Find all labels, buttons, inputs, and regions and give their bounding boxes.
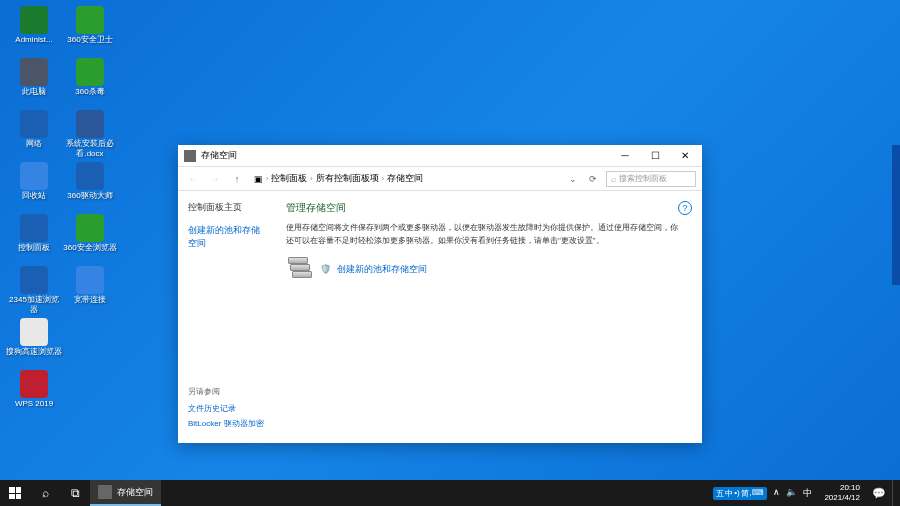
folder-icon: ▣: [254, 174, 263, 184]
icon-image: [20, 370, 48, 398]
desktop-icon[interactable]: 控制面板: [6, 214, 62, 264]
icon-label: 360安全浏览器: [62, 243, 118, 253]
icon-label: 360杀毒: [62, 87, 118, 97]
related-link-0[interactable]: 文件历史记录: [188, 403, 264, 414]
forward-button[interactable]: →: [206, 170, 224, 188]
time-text: 20:10: [824, 483, 860, 493]
icon-image: [76, 214, 104, 242]
icon-label: 此电脑: [6, 87, 62, 97]
icon-label: 360驱动大师: [62, 191, 118, 201]
notifications-button[interactable]: 💬: [868, 487, 890, 500]
breadcrumb-0[interactable]: 控制面板: [271, 172, 307, 185]
back-button[interactable]: ←: [184, 170, 202, 188]
address-bar[interactable]: ▣ › 控制面板 › 所有控制面板项 › 存储空间: [250, 172, 562, 185]
close-button[interactable]: ✕: [670, 146, 700, 166]
search-button[interactable]: ⌕: [30, 480, 60, 506]
desktop-icon[interactable]: 网络: [6, 110, 62, 160]
taskview-button[interactable]: ⧉: [60, 480, 90, 506]
desktop-icon[interactable]: 宽带连接: [62, 266, 118, 316]
help-button[interactable]: ?: [678, 201, 692, 215]
icon-image: [20, 162, 48, 190]
titlebar: 存储空间 ─ ☐ ✕: [178, 145, 702, 167]
icon-image: [20, 266, 48, 294]
taskbar-app-label: 存储空间: [117, 486, 153, 499]
breadcrumb-1[interactable]: 所有控制面板项: [316, 172, 379, 185]
create-pool-link[interactable]: 创建新的池和存储空间: [337, 263, 427, 276]
minimize-button[interactable]: ─: [610, 146, 640, 166]
related-link-1[interactable]: BitLocker 驱动器加密: [188, 418, 264, 429]
content-description: 使用存储空间将文件保存到两个或更多驱动器，以便在驱动器发生故障时为你提供保护。通…: [286, 221, 684, 247]
drives-icon: [286, 257, 314, 281]
icon-image: [20, 318, 48, 346]
ime-icon[interactable]: 中: [803, 487, 812, 500]
icon-label: 搜狗高速浏览器: [6, 347, 62, 357]
desktop-icon[interactable]: 系统安装后必看.docx: [62, 110, 118, 160]
desktop-icon[interactable]: 360驱动大师: [62, 162, 118, 212]
icon-label: 系统安装后必看.docx: [62, 139, 118, 159]
related-section: 另请参阅 文件历史记录 BitLocker 驱动器加密: [188, 386, 264, 433]
app-icon: [98, 485, 112, 499]
icon-image: [76, 110, 104, 138]
sidebar-home[interactable]: 控制面板主页: [188, 201, 268, 214]
desktop: Administ...此电脑网络回收站控制面板2345加速浏览器搜狗高速浏览器W…: [6, 6, 118, 422]
icon-label: 360安全卫士: [62, 35, 118, 45]
up-button[interactable]: ↑: [228, 170, 246, 188]
icon-image: [76, 6, 104, 34]
address-dropdown[interactable]: ⌄: [566, 174, 580, 184]
icon-label: WPS 2019: [6, 399, 62, 409]
breadcrumb-2[interactable]: 存储空间: [387, 172, 423, 185]
icon-label: 回收站: [6, 191, 62, 201]
desktop-icon[interactable]: 2345加速浏览器: [6, 266, 62, 316]
icon-label: 2345加速浏览器: [6, 295, 62, 315]
window-title: 存储空间: [201, 149, 610, 162]
navbar: ← → ↑ ▣ › 控制面板 › 所有控制面板项 › 存储空间 ⌄ ⟳ ⌕ 搜索…: [178, 167, 702, 191]
search-placeholder: 搜索控制面板: [619, 173, 667, 184]
desktop-icon[interactable]: WPS 2019: [6, 370, 62, 420]
desktop-icon[interactable]: Administ...: [6, 6, 62, 56]
action-row: 🛡️ 创建新的池和存储空间: [286, 257, 684, 281]
icon-image: [20, 214, 48, 242]
date-text: 2021/4/12: [824, 493, 860, 503]
system-tray: 五 中 •) 简 ‚ ⌨ ∧ 🔈 中 20:10 2021/4/12 💬: [709, 480, 900, 506]
ime-bar[interactable]: 五 中 •) 简 ‚ ⌨: [713, 487, 767, 500]
tray-overflow-icon[interactable]: ∧: [773, 487, 780, 500]
icon-image: [20, 6, 48, 34]
icon-image: [20, 58, 48, 86]
icon-image: [76, 162, 104, 190]
taskbar: ⌕ ⧉ 存储空间 五 中 •) 简 ‚ ⌨ ∧ 🔈 中 20:10 2021/4…: [0, 480, 900, 506]
content-pane: ? 管理存储空间 使用存储空间将文件保存到两个或更多驱动器，以便在驱动器发生故障…: [278, 191, 702, 443]
icon-label: 网络: [6, 139, 62, 149]
show-desktop-button[interactable]: [892, 480, 896, 506]
search-input[interactable]: ⌕ 搜索控制面板: [606, 171, 696, 187]
icon-label: 宽带连接: [62, 295, 118, 305]
right-edge-bar: [892, 145, 900, 285]
desktop-icon[interactable]: 此电脑: [6, 58, 62, 108]
search-icon: ⌕: [611, 174, 616, 184]
desktop-icon[interactable]: 回收站: [6, 162, 62, 212]
refresh-button[interactable]: ⟳: [584, 170, 602, 188]
desktop-icon[interactable]: 360安全卫士: [62, 6, 118, 56]
app-icon: [184, 150, 196, 162]
icon-image: [76, 58, 104, 86]
desktop-icon[interactable]: 360安全浏览器: [62, 214, 118, 264]
icon-image: [20, 110, 48, 138]
volume-icon[interactable]: 🔈: [786, 487, 797, 500]
content-heading: 管理存储空间: [286, 201, 684, 215]
clock[interactable]: 20:10 2021/4/12: [818, 483, 866, 503]
sidebar-create-link[interactable]: 创建新的池和存储空间: [188, 224, 268, 250]
related-heading: 另请参阅: [188, 386, 264, 397]
icon-label: 控制面板: [6, 243, 62, 253]
storage-spaces-window: 存储空间 ─ ☐ ✕ ← → ↑ ▣ › 控制面板 › 所有控制面板项 › 存储…: [178, 145, 702, 443]
desktop-icon[interactable]: 搜狗高速浏览器: [6, 318, 62, 368]
icon-image: [76, 266, 104, 294]
start-button[interactable]: [0, 480, 30, 506]
icon-label: Administ...: [6, 35, 62, 45]
taskbar-app-storage[interactable]: 存储空间: [90, 480, 161, 506]
sidebar: 控制面板主页 创建新的池和存储空间 另请参阅 文件历史记录 BitLocker …: [178, 191, 278, 443]
shield-icon: 🛡️: [320, 264, 331, 274]
desktop-icon[interactable]: 360杀毒: [62, 58, 118, 108]
maximize-button[interactable]: ☐: [640, 146, 670, 166]
